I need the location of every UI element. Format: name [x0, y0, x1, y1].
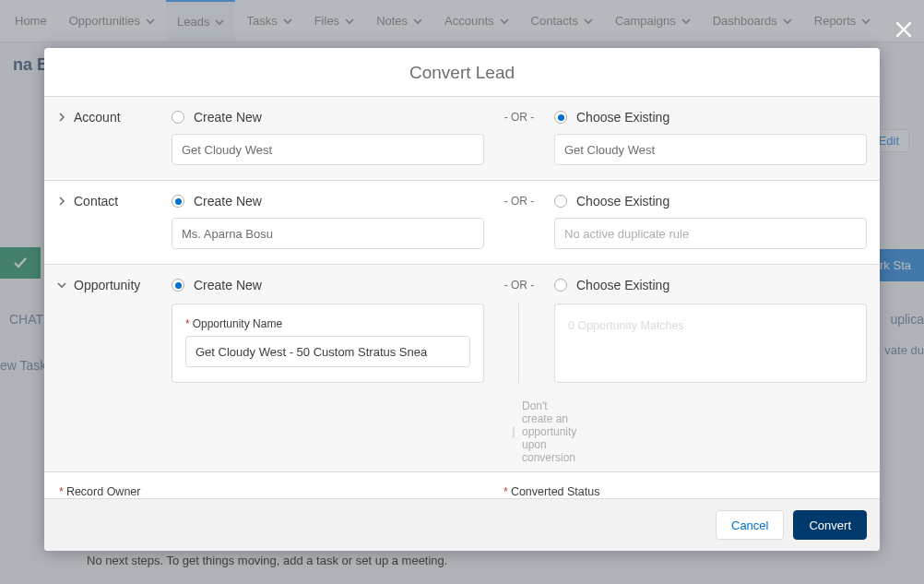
duplicates-heading: uplica — [890, 312, 924, 327]
nav-dashboards[interactable]: Dashboards — [702, 0, 803, 42]
section-account: Account Create New - OR - Choose Existin… — [44, 96, 880, 180]
section-label: Contact — [74, 194, 118, 209]
opportunity-choose-existing-radio[interactable]: Choose Existing — [554, 278, 867, 292]
radio-icon — [172, 279, 184, 292]
opportunity-existing-box: 0 Opportunity Matches — [554, 304, 867, 383]
convert-lead-modal: Convert Lead Account Create New - OR - C… — [44, 48, 880, 551]
section-account-header[interactable]: Account — [57, 110, 162, 125]
contact-create-new-radio[interactable]: Create New — [172, 194, 484, 209]
chevron-down-icon — [584, 17, 593, 26]
opportunity-new-box: Opportunity Name Get Cloudy West - 50 Cu… — [172, 304, 484, 383]
chatter-tab[interactable]: CHAT — [9, 312, 43, 327]
top-nav: Home Opportunities Leads Tasks Files Not… — [0, 0, 924, 42]
nav-contacts[interactable]: Contacts — [520, 0, 604, 42]
vertical-divider — [518, 304, 519, 383]
or-divider: - OR - — [493, 279, 545, 292]
opportunity-create-new-radio[interactable]: Create New — [172, 278, 484, 292]
chevron-down-icon — [345, 17, 354, 26]
nav-reports[interactable]: Reports — [803, 0, 883, 42]
record-owner-label: Record Owner — [59, 485, 421, 498]
account-new-input[interactable]: Get Cloudy West — [172, 134, 484, 165]
chevron-right-icon — [57, 113, 66, 122]
radio-icon — [172, 195, 184, 208]
account-create-new-radio[interactable]: Create New — [172, 110, 484, 125]
convert-button[interactable]: Convert — [793, 510, 867, 540]
chevron-down-icon — [861, 17, 871, 26]
converted-status-label: Converted Status — [503, 485, 865, 498]
nav-leads[interactable]: Leads — [166, 0, 235, 42]
account-choose-existing-radio[interactable]: Choose Existing — [554, 110, 867, 125]
radio-icon — [554, 111, 567, 124]
cancel-button[interactable]: Cancel — [716, 510, 784, 540]
chevron-down-icon — [500, 17, 509, 26]
nav-home[interactable]: Home — [4, 0, 58, 42]
section-label: Opportunity — [74, 278, 140, 292]
or-divider: - OR - — [493, 111, 545, 124]
new-task-button[interactable]: ew Task — [0, 358, 46, 373]
next-steps-text: No next steps. To get things moving, add… — [87, 554, 447, 567]
section-label: Account — [74, 110, 121, 125]
section-opportunity: Opportunity Create New - OR - Choose Exi… — [44, 264, 880, 471]
section-contact: Contact Create New - OR - Choose Existin… — [44, 180, 880, 264]
duplicates-subtext: vate du — [884, 343, 924, 357]
modal-footer: Cancel Convert — [44, 498, 880, 551]
nav-files[interactable]: Files — [303, 0, 365, 42]
contact-choose-existing-radio[interactable]: Choose Existing — [554, 194, 867, 209]
chevron-down-icon — [57, 280, 66, 290]
nav-campaigns[interactable]: Campaigns — [604, 0, 702, 42]
nav-tasks[interactable]: Tasks — [235, 0, 302, 42]
chevron-down-icon — [413, 17, 422, 26]
nav-notes[interactable]: Notes — [365, 0, 433, 42]
dont-create-opportunity-label: Don't create an opportunity upon convers… — [522, 399, 576, 464]
nav-accounts[interactable]: Accounts — [433, 0, 519, 42]
radio-icon — [554, 195, 567, 208]
chevron-down-icon — [783, 17, 792, 26]
nav-opportunities[interactable]: Opportunities — [58, 0, 166, 42]
chevron-right-icon — [57, 197, 66, 206]
dont-create-opportunity-checkbox[interactable] — [513, 426, 515, 438]
account-existing-input[interactable]: Get Cloudy West — [554, 134, 867, 165]
opportunity-name-input[interactable]: Get Cloudy West - 50 Custom Stratus Snea — [185, 336, 470, 367]
chevron-down-icon — [283, 17, 292, 26]
or-divider: - OR - — [493, 195, 545, 208]
radio-icon — [172, 111, 184, 124]
section-bottom-fields: Record Owner Linda Rosenberg Converted S… — [44, 471, 880, 498]
section-opportunity-header[interactable]: Opportunity — [57, 278, 162, 292]
opportunity-name-label: Opportunity Name — [185, 317, 470, 330]
contact-existing-input[interactable]: No active duplicate rule — [554, 218, 867, 249]
chevron-down-icon — [215, 18, 224, 27]
radio-icon — [554, 279, 567, 292]
modal-title: Convert Lead — [44, 48, 880, 96]
chevron-down-icon — [146, 17, 155, 26]
contact-new-input[interactable]: Ms. Aparna Bosu — [172, 218, 484, 249]
path-step-complete-icon — [0, 247, 41, 279]
close-icon[interactable] — [891, 17, 917, 42]
chevron-down-icon — [681, 17, 691, 26]
section-contact-header[interactable]: Contact — [57, 194, 162, 209]
opportunity-matches-text: 0 Opportunity Matches — [568, 317, 853, 332]
